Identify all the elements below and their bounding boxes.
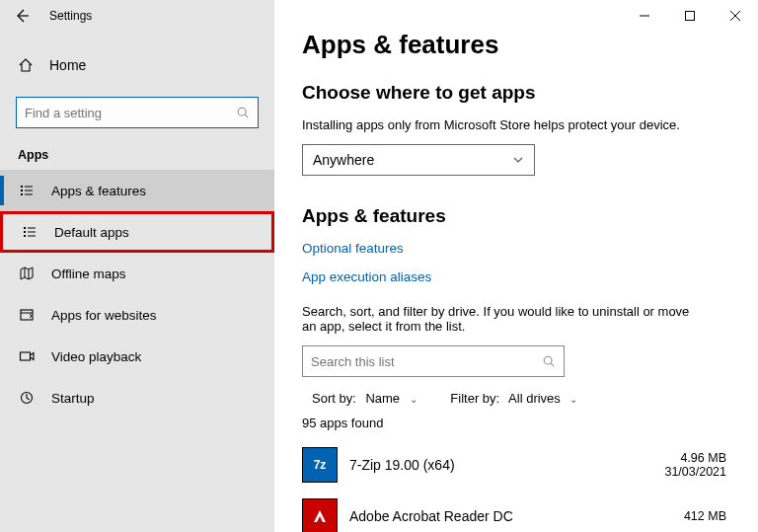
chevron-down-icon [512,154,524,166]
svg-rect-10 [686,12,695,21]
home-nav[interactable]: Home [0,45,274,85]
svg-rect-5 [24,231,26,233]
default-apps-icon [21,223,38,241]
dropdown-value: Anywhere [313,152,374,168]
svg-rect-2 [21,190,23,191]
nav-apps-features[interactable]: Apps & features [0,170,274,211]
home-icon [18,57,34,73]
section-label: Apps [0,128,274,170]
choose-subtext: Installing apps only from Microsoft Stor… [302,117,730,132]
offline-maps-icon [18,265,36,282]
app-name: Adobe Acrobat Reader DC [349,508,684,524]
search-icon [542,354,556,368]
nav-apps-websites[interactable]: Apps for websites [0,294,274,336]
maximize-button[interactable] [667,0,713,32]
app-list-item[interactable]: 7z 7-Zip 19.00 (x64) 4.96 MB 31/03/2021 [302,442,730,488]
nav-video-playback[interactable]: Video playback [0,336,274,377]
svg-rect-4 [24,227,26,229]
page-title: Apps & features [302,30,730,60]
nav-label: Apps & features [51,184,146,198]
find-setting-search[interactable] [16,97,259,128]
app-icon-adobe [302,498,338,532]
video-playback-icon [18,347,36,365]
nav-default-apps[interactable]: Default apps [0,211,274,253]
startup-icon [18,389,36,407]
nav-label: Apps for websites [51,308,157,323]
nav-startup[interactable]: Startup [0,377,274,418]
app-date: 31/03/2021 [664,465,726,479]
svg-rect-8 [21,352,31,360]
apps-features-heading: Apps & features [302,205,730,227]
optional-features-link[interactable]: Optional features [302,241,404,256]
close-button[interactable] [713,0,758,32]
chevron-down-icon: ⌄ [569,394,577,405]
sort-by-label: Sort by: [312,391,356,406]
find-setting-input[interactable] [25,106,236,120]
app-size: 4.96 MB [664,451,726,465]
filter-by-label: Filter by: [450,391,499,406]
apps-count: 95 apps found [302,416,730,430]
sort-by-value[interactable]: Name [365,391,400,406]
nav-label: Offline maps [51,266,126,281]
choose-heading: Choose where to get apps [302,82,730,104]
search-icon [236,106,250,119]
app-list-item[interactable]: Adobe Acrobat Reader DC 412 MB [302,494,730,532]
search-list-input[interactable] [311,354,542,369]
minimize-button[interactable] [622,0,667,32]
svg-rect-1 [21,186,23,188]
filter-help-text: Search, sort, and filter by drive. If yo… [302,304,707,334]
apps-features-icon [18,182,36,199]
app-size: 412 MB [684,509,726,523]
window-title: Settings [49,9,92,23]
nav-label: Video playback [51,349,141,364]
chevron-down-icon: ⌄ [410,394,417,405]
nav-label: Startup [51,391,95,406]
svg-rect-6 [24,235,26,237]
home-label: Home [49,57,86,73]
nav-label: Default apps [54,225,129,240]
filter-by-value[interactable]: All drives [508,391,561,406]
app-execution-aliases-link[interactable]: App execution aliases [302,269,431,284]
svg-point-0 [238,108,246,115]
apps-websites-icon [18,306,36,324]
back-button[interactable] [6,0,38,32]
app-icon-7zip: 7z [302,447,338,483]
svg-point-11 [544,356,552,364]
svg-rect-3 [21,193,23,195]
search-list-box[interactable] [302,345,565,377]
app-source-dropdown[interactable]: Anywhere [302,144,535,176]
nav-offline-maps[interactable]: Offline maps [0,253,274,294]
app-name: 7-Zip 19.00 (x64) [349,457,664,473]
